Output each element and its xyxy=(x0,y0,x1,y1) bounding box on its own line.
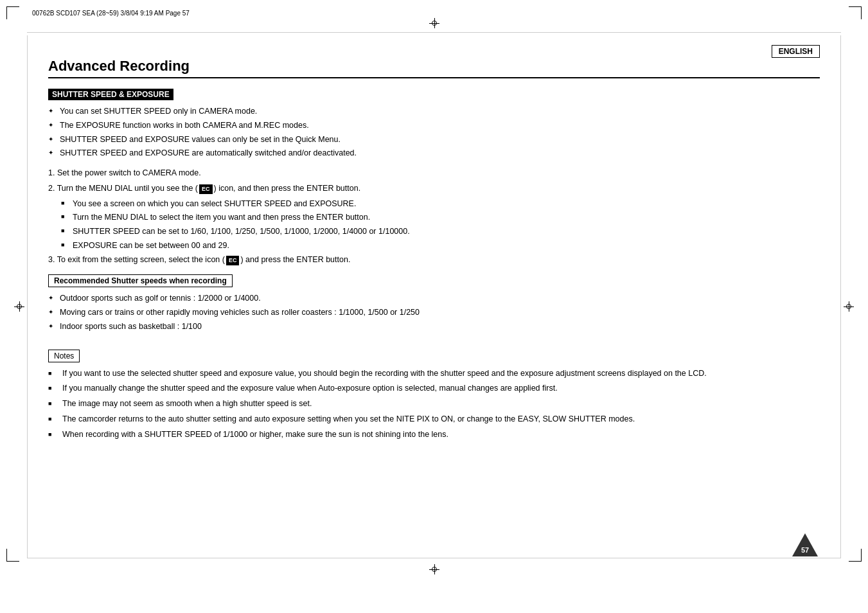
notes-item: When recording with a SHUTTER SPEED of 1… xyxy=(48,429,820,441)
right-vline xyxy=(840,35,841,558)
step-2-subbullets: You see a screen on which you can select… xyxy=(61,198,820,252)
page-container: 00762B SCD107 SEA (28~59) 3/8/04 9:19 AM… xyxy=(0,0,868,613)
right-reg-mark xyxy=(844,301,854,312)
notes-list: If you want to use the selected shutter … xyxy=(48,368,820,441)
corner-mark-bl xyxy=(6,549,19,562)
list-item: SHUTTER SPEED and EXPOSURE are automatic… xyxy=(48,147,820,159)
list-item: SHUTTER SPEED can be set to 1/60, 1/100,… xyxy=(61,226,820,238)
header-area: 00762B SCD107 SEA (28~59) 3/8/04 9:19 AM… xyxy=(32,9,836,18)
step-2: 2. Turn the MENU DIAL until you see the … xyxy=(48,182,820,195)
corner-mark-tl xyxy=(6,6,19,19)
ec-icon: EC xyxy=(199,184,213,195)
step-num: 1. xyxy=(48,168,55,177)
list-item: Moving cars or trains or other rapidly m… xyxy=(48,306,820,319)
notes-item: The image may not seem as smooth when a … xyxy=(48,398,820,410)
content-area: ENGLISH Advanced Recording SHUTTER SPEED… xyxy=(48,45,820,555)
page-number: 57 xyxy=(801,546,809,554)
step-1: 1. Set the power switch to CAMERA mode. xyxy=(48,167,820,179)
step-num: 2. xyxy=(48,184,55,193)
section1-heading: SHUTTER SPEED & EXPOSURE xyxy=(48,89,173,100)
left-reg-mark xyxy=(14,301,24,312)
file-info: 00762B SCD107 SEA (28~59) 3/8/04 9:19 AM… xyxy=(32,9,190,18)
list-item: Outdoor sports such as golf or tennis : … xyxy=(48,292,820,305)
list-item: Turn the MENU DIAL to select the item yo… xyxy=(61,211,820,224)
step-text: To exit from the setting screen, select … xyxy=(57,255,351,264)
step-num: 3. xyxy=(48,255,55,264)
section-shutter-speed: SHUTTER SPEED & EXPOSURE You can set SHU… xyxy=(48,89,820,265)
bottom-hline xyxy=(27,558,841,558)
list-item: Indoor sports such as basketball : 1/100 xyxy=(48,321,820,333)
step-text: Turn the MENU DIAL until you see the (EC… xyxy=(57,184,360,193)
ec-icon-2: EC xyxy=(226,256,240,266)
page-number-area: 57 xyxy=(792,533,818,556)
section-recommended: Recommended Shutter speeds when recordin… xyxy=(48,274,820,332)
list-item: The EXPOSURE function works in both CAME… xyxy=(48,120,820,132)
english-badge: ENGLISH xyxy=(772,45,820,58)
step-3: 3. To exit from the setting screen, sele… xyxy=(48,254,820,266)
left-vline xyxy=(27,35,28,558)
bottom-reg-mark xyxy=(429,564,439,574)
list-item: You can set SHUTTER SPEED only in CAMERA… xyxy=(48,105,820,118)
list-item: SHUTTER SPEED and EXPOSURE values can on… xyxy=(48,134,820,146)
numbered-section: 1. Set the power switch to CAMERA mode. … xyxy=(48,167,820,265)
list-item: You see a screen on which you can select… xyxy=(61,198,820,210)
section2-bullets: Outdoor sports such as golf or tennis : … xyxy=(48,292,820,332)
top-reg-mark xyxy=(429,18,439,28)
list-item: EXPOSURE can be set between 00 and 29. xyxy=(61,240,820,252)
section2-heading: Recommended Shutter speeds when recordin… xyxy=(48,274,233,287)
notes-item: If you manually change the shutter speed… xyxy=(48,382,820,395)
corner-mark-br xyxy=(849,549,862,562)
notes-label: Notes xyxy=(48,350,80,362)
corner-mark-tr xyxy=(849,6,862,19)
page-title: Advanced Recording xyxy=(48,58,820,78)
step-text: Set the power switch to CAMERA mode. xyxy=(57,168,201,177)
notes-item: The camcorder returns to the auto shutte… xyxy=(48,413,820,425)
top-hline xyxy=(27,32,841,33)
notes-section: Notes If you want to use the selected sh… xyxy=(48,341,820,441)
section1-bullets: You can set SHUTTER SPEED only in CAMERA… xyxy=(48,105,820,159)
notes-item: If you want to use the selected shutter … xyxy=(48,368,820,380)
